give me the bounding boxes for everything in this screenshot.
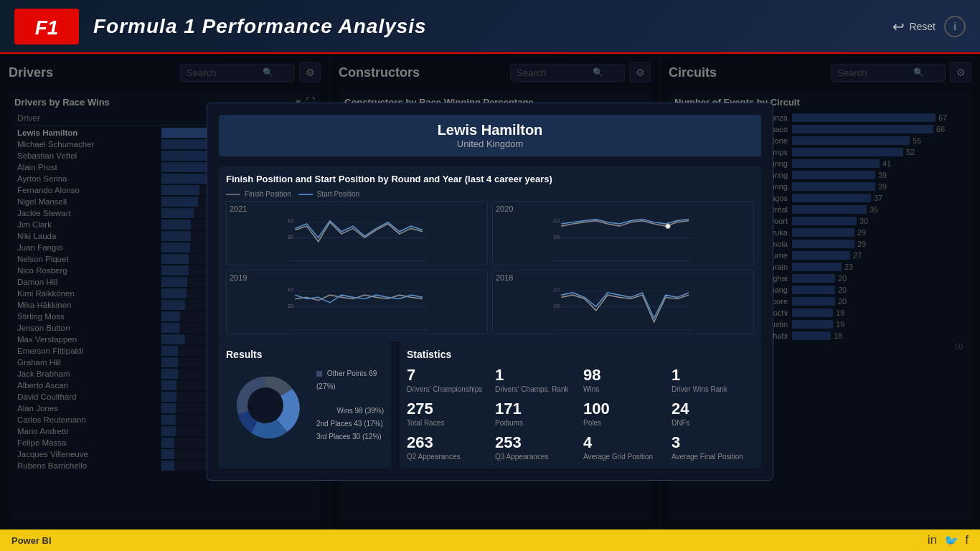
header: F1 Formula 1 Performance Analysis ↩ Rese… [0,0,980,54]
stats-title: Statistics [407,349,754,360]
stat-label: Wins [583,385,666,394]
donut-other-label: Other Points 69 (27%) [316,367,384,393]
stat-label: Drivers' Champs. Rank [495,385,578,394]
svg-text:10: 10 [288,217,293,224]
stat-value: 4 [583,433,666,452]
stat-label: Q2 Appearances [407,452,489,461]
donut-wins-label: Wins 98 (39%) [316,405,384,418]
chart-svg-2019: 10 20 [230,283,484,334]
finish-pos-legend: Finish Position [226,190,291,198]
stat-item: 263 Q2 Appearances [407,433,489,461]
donut-labels: Other Points 69 (27%) Wins 98 (39%) 2nd … [316,367,384,443]
svg-point-24 [248,387,283,423]
stat-value: 263 [407,433,489,452]
twitter-icon[interactable]: 🐦 [944,534,958,547]
stat-label: Total Races [407,418,489,428]
stat-item: 1 Driver Wins Rank [672,366,754,394]
page-title: Formula 1 Performance Analysis [93,15,427,38]
stat-value: 98 [583,366,666,385]
stat-label: Average Grid Position [583,452,666,461]
stat-label: Podiums [495,418,578,428]
popup-driver-name: Lewis Hamilton [230,122,750,138]
stat-item: 3 Average Final Position [672,433,754,461]
other-color-box [316,371,322,377]
donut-second-label: 2nd Places 43 (17%) [316,418,384,430]
stat-label: Average Final Position [672,452,754,461]
stat-value: 1 [495,366,578,385]
start-pos-legend: Start Position [298,190,359,198]
finish-line-icon [226,194,240,195]
driver-popup: Lewis Hamilton United Kingdom Finish Pos… [207,103,773,481]
stats-grid: 7 Drivers' Championships 1 Drivers' Cham… [407,366,754,461]
stat-item: 275 Total Races [407,400,489,428]
stat-value: 171 [495,400,578,418]
donut-third-label: 3rd Places 30 (12%) [316,430,384,443]
stat-item: 171 Podiums [495,400,578,428]
stat-item: 100 Poles [583,400,666,428]
chart-svg-2018: 10 20 [496,283,750,334]
donut-chart-container: Other Points 69 (27%) Wins 98 (39%) 2nd … [226,366,384,445]
results-section: Results [219,342,391,468]
linkedin-icon[interactable]: in [928,534,936,547]
svg-text:20: 20 [288,234,293,240]
stat-value: 1 [672,366,754,385]
stat-value: 275 [407,400,489,418]
svg-text:20: 20 [554,234,560,240]
donut-chart [226,366,305,445]
svg-text:20: 20 [554,303,560,309]
popup-overlay: Lewis Hamilton United Kingdom Finish Pos… [0,54,980,529]
chart-svg-2021: 10 20 [230,215,484,265]
reset-icon: ↩ [892,18,905,35]
svg-text:10: 10 [554,286,560,293]
stat-label: DNFs [672,418,754,428]
stat-label: Driver Wins Rank [672,385,754,394]
info-button[interactable]: i [944,16,966,37]
header-actions: ↩ Reset i [892,16,966,37]
popup-bottom-row: Results [219,342,761,468]
start-line-icon [298,194,313,195]
stat-item: 1 Drivers' Champs. Rank [495,366,578,394]
donut-svg [226,366,305,445]
stat-value: 100 [583,400,666,418]
stat-item: 24 DNFs [672,400,754,428]
stat-label: Q3 Appearances [495,452,578,461]
finish-position-chart: Finish Position and Start Position by Ro… [219,166,761,342]
footer-icons: in 🐦 f [928,534,969,547]
svg-point-12 [666,224,670,228]
svg-text:10: 10 [288,286,293,293]
stat-value: 253 [495,433,578,452]
stat-item: 4 Average Grid Position [583,433,666,461]
svg-text:20: 20 [288,303,293,309]
stat-value: 24 [672,400,754,418]
stat-label: Drivers' Championships [407,385,489,394]
finish-chart-legend: Finish Position Start Position [226,190,754,198]
mini-chart-2020: 2020 10 20 [492,201,754,265]
svg-text:10: 10 [554,217,560,224]
stat-item: 253 Q3 Appearances [495,433,578,461]
mini-chart-2021: 2021 10 20 [226,201,488,265]
stat-value: 3 [672,433,754,452]
f1-logo: F1 [14,9,79,44]
reset-button[interactable]: ↩ Reset [892,18,936,35]
popup-driver-country: United Kingdom [230,138,750,149]
finish-chart-title: Finish Position and Start Position by Ro… [226,174,754,184]
stat-value: 7 [407,366,489,385]
facebook-icon[interactable]: f [966,534,969,547]
stats-section: Statistics 7 Drivers' Championships 1 Dr… [400,342,761,468]
stat-item: 98 Wins [583,366,666,394]
footer: Power BI in 🐦 f [0,529,980,551]
stat-label: Poles [583,418,666,428]
popup-driver-header: Lewis Hamilton United Kingdom [219,115,761,156]
mini-chart-2019: 2019 10 20 [226,270,488,334]
stat-item: 7 Drivers' Championships [407,366,489,394]
svg-text:F1: F1 [35,17,59,39]
mini-chart-2018: 2018 10 20 [492,270,754,334]
results-title: Results [226,349,384,360]
chart-svg-2020: 10 20 [496,215,750,265]
mini-charts-grid: 2021 10 20 2020 [226,201,754,334]
powerbi-label: Power BI [11,535,52,546]
